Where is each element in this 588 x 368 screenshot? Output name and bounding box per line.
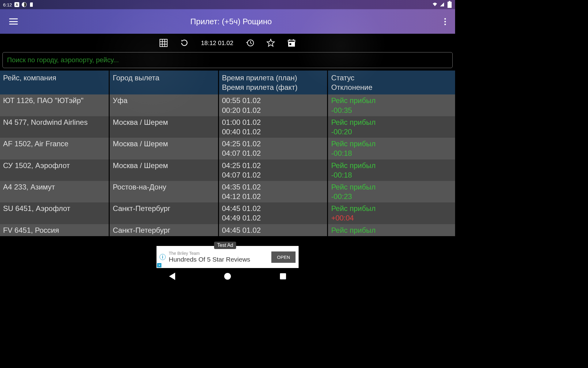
cell-flight: AF 1502, Air France: [0, 138, 109, 159]
cell-time: 04:25 01.0204:07 01.02: [218, 159, 328, 181]
cell-time: 00:55 01.0200:20 01.02: [218, 94, 328, 116]
ad-advertiser: The Briley Team: [169, 251, 268, 256]
svg-rect-15: [289, 43, 291, 45]
cell-city: Москва / Шерем: [109, 159, 219, 181]
table-header-row: Рейс, компания Город вылета Время прилет…: [0, 71, 455, 94]
history-icon[interactable]: [246, 39, 254, 47]
flights-table: Рейс, компания Город вылета Время прилет…: [0, 71, 455, 236]
cell-flight: N4 577, Nordwind Airlines: [0, 116, 109, 138]
cell-status: Рейс прибыл: [328, 224, 455, 236]
ad-close-icon[interactable]: ✕: [157, 263, 161, 267]
nav-home-button[interactable]: [224, 273, 231, 280]
app-bar: Прилет: (+5ч) Рощино: [0, 9, 455, 34]
svg-rect-4: [449, 1, 450, 2]
nav-recent-button[interactable]: [280, 273, 286, 279]
cell-time: 04:45 01.02: [218, 224, 328, 236]
ad-text: The Briley Team Hundreds Of 5 Star Revie…: [169, 251, 268, 263]
cell-city: Санкт-Петербург: [109, 224, 219, 236]
battery-icon: [447, 2, 452, 7]
ad-info-icon[interactable]: i: [160, 254, 166, 260]
cell-flight: SU 6451, Аэрофлот: [0, 202, 109, 224]
table-row[interactable]: А4 233, АзимутРостов-на-Дону04:35 01.020…: [0, 181, 455, 202]
cell-status: Рейс прибыл-00:20: [328, 116, 455, 138]
cell-status: Рейс прибыл-00:18: [328, 159, 455, 181]
cell-time: 01:00 01.0200:40 01.02: [218, 116, 328, 138]
cell-status: Рейс прибыл-00:35: [328, 94, 455, 116]
ad-banner[interactable]: Test Ad i ✕ The Briley Team Hundreds Of …: [156, 246, 299, 268]
cell-city: Ростов-на-Дону: [109, 181, 219, 202]
android-nav-bar: [0, 268, 455, 285]
sd-card-icon: [29, 2, 34, 7]
svg-rect-12: [288, 40, 295, 42]
ad-badge: Test Ad: [214, 242, 236, 249]
app-notify-icon: [22, 2, 27, 7]
nav-back-button[interactable]: [169, 273, 175, 280]
cell-city: Москва / Шерем: [109, 138, 219, 159]
menu-button[interactable]: [9, 18, 18, 25]
cell-city: Москва / Шерем: [109, 116, 219, 138]
cell-time: 04:25 01.0204:07 01.02: [218, 138, 328, 159]
svg-rect-3: [447, 2, 451, 8]
wifi-icon: [432, 2, 437, 7]
ad-headline: Hundreds Of 5 Star Reviews: [169, 256, 268, 263]
signal-icon: [440, 2, 445, 7]
search-wrapper: [0, 52, 455, 71]
cell-flight: ЮТ 1126, ПАО "ЮТэйр": [0, 94, 109, 116]
cell-flight: FV 6451, Россия: [0, 224, 109, 236]
app-title: Прилет: (+5ч) Рощино: [190, 17, 272, 26]
cell-time: 04:35 01.0204:12 01.02: [218, 181, 328, 202]
cell-flight: А4 233, Азимут: [0, 181, 109, 202]
language-icon: A: [14, 2, 19, 7]
status-time: 6:12: [3, 2, 12, 7]
cell-time: 04:45 01.0204:49 01.02: [218, 202, 328, 224]
cell-city: Санкт-Петербург: [109, 202, 219, 224]
table-row[interactable]: SU 6451, АэрофлотСанкт-Петербург04:45 01…: [0, 202, 455, 224]
cell-status: Рейс прибыл-00:23: [328, 181, 455, 202]
cell-status: Рейс прибыл+00:04: [328, 202, 455, 224]
star-icon[interactable]: [266, 39, 275, 47]
cell-flight: СУ 1502, Аэрофлот: [0, 159, 109, 181]
cell-status: Рейс прибыл-00:18: [328, 138, 455, 159]
overflow-menu-button[interactable]: [444, 18, 446, 25]
svg-text:A: A: [16, 3, 18, 6]
table-row[interactable]: СУ 1502, АэрофлотМосква / Шерем04:25 01.…: [0, 159, 455, 181]
ad-open-button[interactable]: OPEN: [271, 251, 296, 263]
toolbar: 18:12 01.02: [0, 34, 455, 52]
table-row[interactable]: N4 577, Nordwind AirlinesМосква / Шерем0…: [0, 116, 455, 138]
status-bar: 6:12 A: [0, 0, 455, 9]
table-row[interactable]: AF 1502, Air FranceМосква / Шерем04:25 0…: [0, 138, 455, 159]
calendar-icon[interactable]: [287, 39, 296, 47]
table-row[interactable]: ЮТ 1126, ПАО "ЮТэйр"Уфа00:55 01.0200:20 …: [0, 94, 455, 116]
table-row[interactable]: FV 6451, РоссияСанкт-Петербург04:45 01.0…: [0, 224, 455, 236]
